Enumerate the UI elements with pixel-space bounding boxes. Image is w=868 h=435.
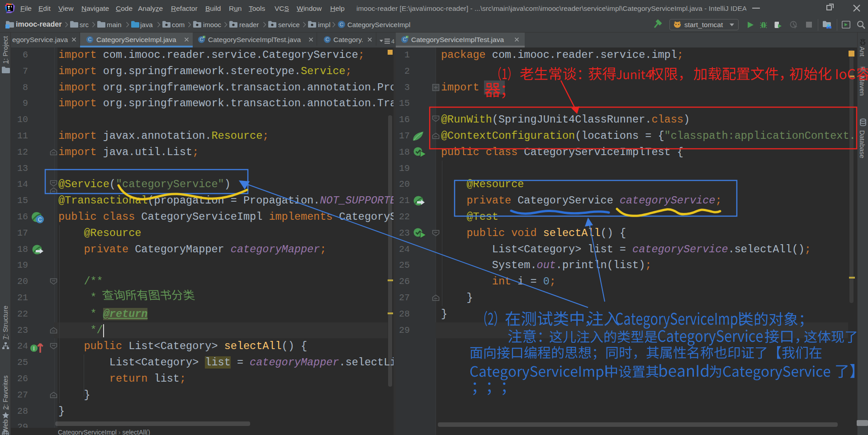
- svg-text:C: C: [38, 217, 42, 223]
- svg-text:C: C: [340, 22, 343, 27]
- svg-text:4: 4: [391, 38, 394, 44]
- svg-text:I: I: [33, 345, 34, 352]
- svg-text:C: C: [200, 37, 204, 42]
- svg-text:C: C: [88, 37, 92, 42]
- svg-text:C: C: [403, 37, 407, 42]
- svg-text:C: C: [326, 37, 329, 42]
